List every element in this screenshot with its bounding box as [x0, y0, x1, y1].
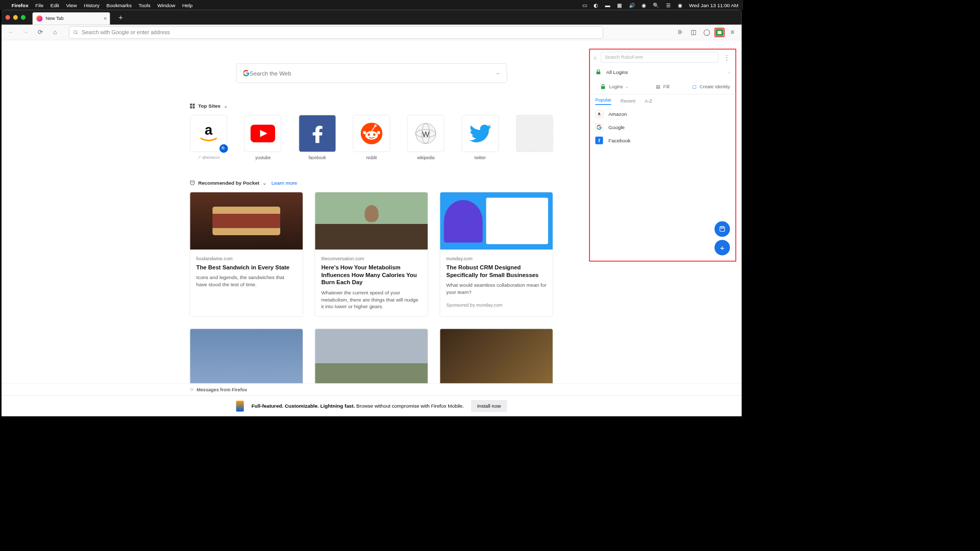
minimize-window-button[interactable]: [13, 15, 18, 20]
status-icon[interactable]: ▦: [617, 2, 622, 8]
roboform-extension-button[interactable]: [715, 28, 725, 37]
top-sites-heading[interactable]: Top Sites ⌄: [190, 103, 554, 109]
sync-icon: ⟳: [190, 387, 194, 392]
app-menu-button[interactable]: ≡: [727, 27, 738, 38]
reload-button[interactable]: ⟳: [35, 27, 45, 38]
twitter-icon: [469, 124, 491, 142]
facebook-icon: [308, 124, 327, 143]
top-site-wikipedia[interactable]: W wikipedia: [407, 115, 445, 160]
roboform-login-item[interactable]: a Amazon: [590, 108, 736, 121]
install-now-button[interactable]: Install now: [471, 400, 507, 412]
top-site-reddit[interactable]: reddit: [353, 115, 391, 160]
top-sites-grid: a 🔍 ↗@amazon youtube facebook reddit W w…: [190, 115, 554, 160]
roboform-add-fab[interactable]: +: [715, 240, 730, 255]
svg-rect-21: [601, 86, 605, 89]
content-search-placeholder: Search the Web: [250, 70, 291, 77]
card-thumbnail: [190, 329, 303, 386]
roboform-save-fab[interactable]: [715, 221, 730, 237]
wifi-icon[interactable]: ◉: [642, 2, 646, 8]
svg-rect-4: [190, 106, 192, 108]
search-go-icon[interactable]: →: [495, 70, 500, 77]
svg-rect-24: [721, 227, 724, 228]
top-site-youtube[interactable]: youtube: [244, 115, 282, 160]
menubar-bookmarks[interactable]: Bookmarks: [107, 2, 132, 8]
roboform-create-identity-button[interactable]: ▢Create Identity: [687, 84, 736, 89]
roboform-login-item[interactable]: f Facebook: [590, 134, 736, 147]
svg-rect-20: [597, 71, 601, 74]
roboform-tab-az[interactable]: A-Z: [645, 98, 652, 104]
top-site-amazon[interactable]: a 🔍 ↗@amazon: [190, 115, 228, 160]
google-icon: [242, 69, 250, 77]
close-window-button[interactable]: [6, 15, 10, 20]
google-icon: [597, 124, 602, 130]
menubar-tools[interactable]: Tools: [139, 2, 151, 8]
pocket-heading[interactable]: Recommended by Pocket ⌄ Learn more: [190, 180, 554, 186]
pocket-card[interactable]: theconversation.com Here's How Your Meta…: [314, 192, 428, 317]
fill-icon: ▤: [656, 84, 660, 89]
roboform-login-item[interactable]: Google: [590, 121, 736, 134]
roboform-fill-button[interactable]: ▤Fill: [639, 84, 687, 89]
svg-text:a: a: [205, 122, 213, 138]
status-icon[interactable]: ▭: [582, 2, 587, 8]
menubar-file[interactable]: File: [35, 2, 43, 8]
card-thumbnail: [440, 329, 553, 386]
back-button[interactable]: ←: [6, 27, 16, 38]
roboform-more-button[interactable]: ⋮: [722, 54, 731, 61]
top-site-twitter[interactable]: twitter: [461, 115, 499, 160]
close-tab-button[interactable]: ×: [104, 15, 107, 21]
status-icon[interactable]: ◐: [594, 2, 598, 8]
control-center-icon[interactable]: ☰: [666, 2, 671, 8]
siri-icon[interactable]: ◉: [678, 2, 682, 8]
status-icon[interactable]: ▬: [605, 2, 610, 8]
menubar-app[interactable]: Firefox: [12, 2, 29, 8]
amazon-icon: a: [197, 122, 220, 145]
top-site-facebook[interactable]: facebook: [298, 115, 336, 160]
svg-point-11: [373, 134, 376, 136]
reddit-icon: [360, 122, 383, 145]
content-search-input[interactable]: Search the Web →: [236, 63, 507, 83]
pocket-cards: foodandwine.com The Best Sandwich in Eve…: [190, 192, 554, 386]
card-thumbnail: [440, 192, 553, 249]
pocket-card[interactable]: monday.com The Robust CRM Designed Speci…: [439, 192, 553, 317]
top-site-empty[interactable]: [516, 115, 554, 160]
pocket-card[interactable]: foodandwine.com The Best Sandwich in Eve…: [190, 192, 303, 317]
menubar-help[interactable]: Help: [182, 2, 192, 8]
menubar-history[interactable]: History: [84, 2, 100, 8]
promo-bar: Full-featured. Customizable. Lightning f…: [2, 395, 742, 416]
spotlight-icon[interactable]: 🔍: [653, 2, 659, 8]
roboform-logins-button[interactable]: Logins⌄: [590, 83, 639, 89]
new-tab-button[interactable]: +: [115, 11, 126, 23]
roboform-home-button[interactable]: ⌂: [594, 55, 597, 60]
menubar-window[interactable]: Window: [157, 2, 175, 8]
amazon-icon: a: [596, 111, 602, 117]
volume-icon[interactable]: 🔊: [629, 2, 635, 8]
pocket-card[interactable]: [314, 329, 428, 387]
browser-tab[interactable]: New Tab ×: [33, 12, 110, 24]
library-button[interactable]: ⊪: [675, 27, 685, 38]
home-button[interactable]: ⌂: [50, 27, 60, 38]
svg-point-10: [368, 134, 370, 136]
svg-rect-3: [193, 104, 195, 106]
forward-button[interactable]: →: [20, 27, 31, 38]
menubar-view[interactable]: View: [66, 2, 77, 8]
urlbar-placeholder: Search with Google or enter address: [82, 29, 170, 35]
roboform-actions: Logins⌄ ▤Fill ▢Create Identity: [590, 79, 736, 94]
address-bar[interactable]: Search with Google or enter address: [69, 26, 603, 38]
menubar-edit[interactable]: Edit: [51, 2, 59, 8]
svg-text:a: a: [598, 111, 601, 116]
roboform-all-logins[interactable]: All Logins ›: [590, 65, 736, 79]
chevron-down-icon: ⌄: [224, 103, 228, 109]
svg-rect-23: [720, 227, 724, 231]
roboform-tab-recent[interactable]: Recent: [621, 98, 635, 104]
svg-rect-5: [193, 106, 195, 108]
sidebar-button[interactable]: ◫: [688, 27, 699, 38]
pocket-card[interactable]: [439, 329, 553, 387]
pocket-learn-more-link[interactable]: Learn more: [272, 180, 297, 186]
maximize-window-button[interactable]: [21, 15, 26, 20]
roboform-search-input[interactable]: Search RoboForm: [601, 52, 719, 63]
pocket-card[interactable]: [190, 329, 303, 387]
menubar-clock[interactable]: Wed Jan 13 11:00 AM: [689, 2, 739, 8]
account-button[interactable]: ◯: [701, 27, 712, 38]
roboform-tab-popular[interactable]: Popular: [595, 97, 611, 105]
chevron-down-icon: ⌄: [262, 180, 266, 186]
